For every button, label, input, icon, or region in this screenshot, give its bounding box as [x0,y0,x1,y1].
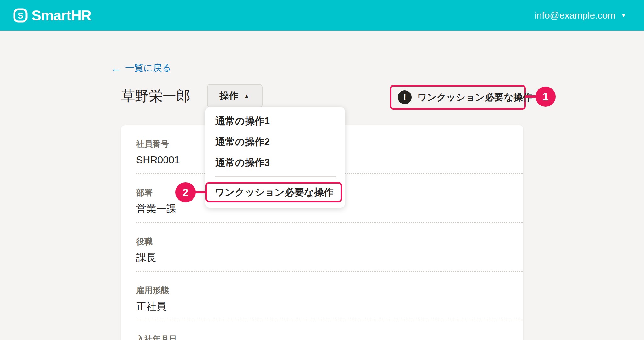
menu-item-normal-2[interactable]: 通常の操作2 [205,132,345,152]
annotation-badge-2: 2 [175,182,196,202]
brand-name: SmartHR [31,7,91,24]
action-menu-button[interactable]: 操作 ▲ [207,84,263,108]
svg-text:S: S [18,11,23,20]
app-header: S SmartHR info@example.com ▼ [0,0,644,31]
back-arrow-icon: ← [111,63,121,73]
field-value: 正社員 [136,299,523,313]
user-menu-button[interactable]: info@example.com ▼ [535,10,626,21]
menu-item-normal-3[interactable]: 通常の操作3 [205,152,345,173]
back-to-list-link[interactable]: ← 一覧に戻る [111,62,171,74]
menu-divider [215,176,336,177]
back-link-label: 一覧に戻る [125,62,171,74]
user-email: info@example.com [535,10,615,21]
menu-item-normal-1[interactable]: 通常の操作1 [205,111,345,132]
warning-icon: ! [398,90,412,104]
field-value: 課長 [136,251,523,264]
field-row: 役職 課長 [121,223,523,264]
annotation-connector-1 [525,95,537,98]
field-label: 入社年月日 [136,334,523,340]
annotation-badge-1: 1 [536,87,556,107]
page-title: 草野栄一郎 [121,87,190,105]
field-row: 雇用形態 正社員 [121,272,523,313]
field-label: 雇用形態 [136,285,523,296]
warning-glyph: ! [403,92,406,103]
brand-logo: S SmartHR [13,7,91,24]
caret-down-icon: ▼ [620,12,626,18]
field-row: 入社年月日 [121,320,523,340]
caret-up-icon: ▲ [244,93,250,99]
field-label: 役職 [136,236,523,247]
callout-label: ワンクッション必要な操作 [417,91,532,104]
confirmation-action-callout: ! ワンクッション必要な操作 [390,85,526,110]
menu-item-confirmation-action[interactable]: ワンクッション必要な操作 [205,182,342,202]
action-menu-button-label: 操作 [220,89,239,102]
smarthr-logo-icon: S [13,8,28,23]
